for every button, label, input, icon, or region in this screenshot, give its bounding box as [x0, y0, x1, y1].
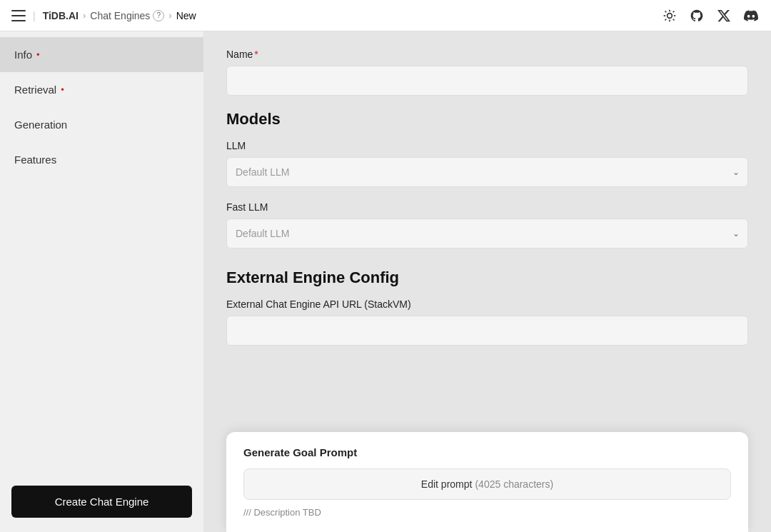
description-text: /// Description TBD — [243, 507, 731, 518]
main-layout: Info • Retrieval • Generation Features C… — [0, 31, 771, 532]
sidebar-item-generation[interactable]: Generation — [0, 107, 203, 142]
external-engine-section: External Engine Config External Chat Eng… — [226, 268, 748, 346]
retrieval-required-marker: • — [61, 84, 64, 95]
llm-select[interactable]: Default LLM — [226, 157, 748, 187]
fast-llm-label: Fast LLM — [226, 201, 748, 213]
svg-line-7 — [665, 19, 667, 20]
models-section: Models LLM Default LLM ⌄ Fast LLM Defaul… — [226, 110, 748, 249]
name-input[interactable] — [226, 66, 748, 96]
fast-llm-select-wrapper: Default LLM ⌄ — [226, 219, 748, 249]
topbar-left: | TiDB.AI › Chat Engines ? › New — [11, 10, 196, 21]
sidebar-item-features[interactable]: Features — [0, 142, 203, 177]
name-label: Name * — [226, 49, 748, 60]
topbar-right — [661, 7, 760, 24]
svg-point-0 — [667, 13, 672, 18]
models-section-title: Models — [226, 110, 748, 129]
llm-select-wrapper: Default LLM ⌄ — [226, 157, 748, 187]
breadcrumb-sep-2: › — [168, 10, 171, 21]
fast-llm-field-group: Fast LLM Default LLM ⌄ — [226, 201, 748, 249]
fast-llm-select[interactable]: Default LLM — [226, 219, 748, 249]
edit-prompt-button[interactable]: Edit prompt (4025 characters) — [243, 468, 731, 500]
twitter-link-button[interactable] — [715, 7, 732, 24]
help-icon[interactable]: ? — [153, 10, 164, 21]
theme-toggle-button[interactable] — [661, 7, 678, 24]
llm-field-group: LLM Default LLM ⌄ — [226, 140, 748, 187]
name-required-star: * — [254, 49, 258, 60]
breadcrumb-current: New — [176, 10, 196, 21]
discord-link-button[interactable] — [742, 7, 760, 24]
sidebar-item-info[interactable]: Info • — [0, 37, 203, 72]
brand-logo[interactable]: TiDB.AI — [43, 10, 79, 21]
external-section-title: External Engine Config — [226, 268, 748, 287]
llm-label: LLM — [226, 140, 748, 151]
svg-line-6 — [673, 19, 675, 20]
name-field-group: Name * — [226, 49, 748, 96]
external-url-field-group: External Chat Engine API URL (StackVM) — [226, 298, 748, 346]
svg-line-8 — [673, 11, 675, 12]
sidebar-toggle-button[interactable] — [11, 10, 26, 21]
breadcrumb-chat-engines[interactable]: Chat Engines ? — [90, 10, 164, 21]
github-link-button[interactable] — [688, 7, 705, 24]
create-chat-engine-button[interactable]: Create Chat Engine — [11, 486, 192, 518]
char-count-label: (4025 characters) — [475, 478, 553, 490]
info-required-marker: • — [36, 49, 40, 60]
floating-panel-title: Generate Goal Prompt — [243, 446, 731, 458]
content-area: Name * Models LLM Default LLM ⌄ Fast LLM — [203, 31, 771, 532]
sidebar-item-retrieval[interactable]: Retrieval • — [0, 72, 203, 107]
external-url-label: External Chat Engine API URL (StackVM) — [226, 298, 748, 310]
generate-goal-prompt-panel: Generate Goal Prompt Edit prompt (4025 c… — [226, 432, 748, 532]
svg-line-5 — [665, 11, 667, 12]
external-url-input[interactable] — [226, 316, 748, 346]
breadcrumb-sep-1: › — [83, 10, 86, 21]
sidebar: Info • Retrieval • Generation Features C… — [0, 31, 203, 532]
topbar: | TiDB.AI › Chat Engines ? › New — [0, 0, 771, 31]
